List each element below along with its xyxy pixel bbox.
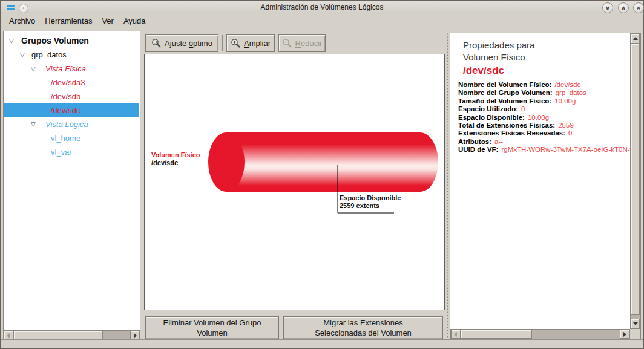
lvm-window: Administración de Volúmenes Lógicos ∨ ∧ … — [0, 0, 644, 349]
arrow-right-icon — [623, 332, 626, 337]
tree-item-dev-sda3[interactable]: /dev/sda3 — [4, 76, 139, 90]
properties-horizontal-scrollbar[interactable] — [450, 329, 630, 339]
expander-icon[interactable]: ▽ — [20, 48, 25, 62]
scroll-thumb[interactable] — [631, 44, 640, 315]
scroll-right-button[interactable] — [130, 331, 140, 339]
scroll-right-button[interactable] — [620, 330, 629, 339]
arrow-down-icon — [633, 322, 638, 325]
zoom-fit-icon — [151, 38, 162, 48]
property-row: Tamaño del Volumen Físico:10.00g — [458, 97, 630, 105]
toolbar-separator — [222, 35, 223, 51]
properties-list: Nombre del Volumen Físico:/dev/sdc Nombr… — [458, 81, 630, 154]
minimize-button[interactable]: ∨ — [602, 2, 613, 13]
tree-item-vista-fisica[interactable]: ▽ Vista Física — [4, 62, 139, 76]
menu-archivo[interactable]: Archivo — [4, 15, 40, 27]
property-row: Atributos:a-- — [458, 138, 630, 146]
volume-label-title: Volumen Físico — [151, 151, 200, 158]
scroll-thumb[interactable] — [13, 331, 103, 339]
properties-panel: Propiedades para Volumen Físico /dev/sdc… — [450, 33, 641, 340]
properties-device-name: /dev/sdc — [463, 65, 630, 77]
callout-value: 2559 extents — [340, 202, 380, 209]
physical-volume-cylinder[interactable] — [226, 132, 438, 192]
callout-title: Espacio Disponible — [340, 194, 401, 201]
window-bottom-edge — [1, 339, 643, 348]
menubar: Archivo Herramientas Ver Ayuda — [1, 14, 643, 28]
arrow-left-icon — [454, 332, 457, 337]
property-row: UUID de VF:rgMxTH-WORw-3TwM-TX7A-oeIG-kT… — [458, 146, 630, 154]
tree-item-vista-logica[interactable]: ▽ Vista Lógica — [4, 117, 139, 131]
arrow-left-icon — [7, 333, 10, 338]
scroll-left-button[interactable] — [4, 331, 13, 339]
menu-ayuda[interactable]: Ayuda — [119, 15, 151, 27]
close-button[interactable]: × — [633, 2, 644, 13]
cylinder-end-cap[interactable] — [208, 132, 245, 192]
tree-item-grp-datos[interactable]: ▽ grp_datos — [4, 48, 139, 62]
properties-vertical-scrollbar[interactable] — [630, 33, 640, 329]
scroll-down-button[interactable] — [631, 319, 640, 328]
zoom-in-icon — [231, 38, 241, 48]
tree-item-vl-var[interactable]: vl_var — [4, 145, 139, 159]
properties-content: Propiedades para Volumen Físico /dev/sdc… — [450, 33, 630, 329]
property-row: Espacio Utilizado:0 — [458, 105, 630, 113]
expander-icon[interactable]: ▽ — [9, 34, 14, 48]
scroll-left-button[interactable] — [451, 330, 461, 339]
window-title: Administración de Volúmenes Lógicos — [1, 1, 643, 14]
titlebar[interactable]: Administración de Volúmenes Lógicos ∨ ∧ … — [1, 1, 643, 15]
scrollbar-corner — [630, 329, 640, 339]
volume-canvas: Volumen Físico /dev/sdc Espacio Disponib… — [144, 54, 445, 310]
tree-horizontal-scrollbar[interactable] — [3, 330, 140, 340]
arrow-up-icon — [633, 37, 638, 40]
zoom-out-button: Reducir — [278, 34, 326, 52]
property-row: Extensiones Físicas Resevadas:0 — [458, 129, 630, 137]
property-row: Nombre del Volumen Físico:/dev/sdc — [458, 81, 630, 89]
expander-icon[interactable]: ▽ — [31, 62, 36, 76]
expander-icon[interactable]: ▽ — [31, 117, 36, 131]
pane-resize-handle[interactable] — [446, 33, 448, 340]
arrow-right-icon — [134, 333, 137, 338]
property-row: Espacio Disponible:10.00g — [458, 114, 630, 122]
migrate-extents-button[interactable]: Migrar las Extensiones Seleccionadas del… — [283, 316, 443, 339]
volume-tree: ▽ Grupos Volumen ▽ grp_datos ▽ Vista Fís… — [3, 31, 140, 330]
zoom-fit-button[interactable]: Ajuste óptimo — [145, 34, 218, 52]
tree-item-grupos-volumen[interactable]: ▽ Grupos Volumen — [4, 34, 139, 48]
physical-volume-drawing: Volumen Físico /dev/sdc Espacio Disponib… — [145, 54, 444, 310]
zoom-in-button[interactable]: Ampliar — [226, 34, 275, 52]
tree-item-vl-home[interactable]: vl_home — [4, 131, 139, 145]
remove-volume-button[interactable]: Eliminar Volumen del Grupo Volumen — [145, 316, 279, 339]
maximize-button[interactable]: ∧ — [618, 2, 629, 13]
volume-label-device: /dev/sdc — [151, 159, 178, 166]
property-row: Total de Extensiones Físicas:2559 — [458, 122, 630, 129]
scroll-thumb[interactable] — [461, 330, 532, 339]
tree-item-dev-sdc-selected[interactable]: /dev/sdc — [4, 103, 139, 117]
property-row: Nombre del Grupo Volumen:grp_datos — [458, 89, 630, 97]
menu-herramientas[interactable]: Herramientas — [40, 15, 97, 27]
properties-header: Propiedades para Volumen Físico — [463, 39, 630, 64]
scroll-up-button[interactable] — [631, 34, 640, 44]
menu-ver[interactable]: Ver — [97, 15, 119, 27]
zoom-out-icon — [282, 38, 292, 48]
tree-item-dev-sdb[interactable]: /dev/sdb — [4, 90, 139, 103]
